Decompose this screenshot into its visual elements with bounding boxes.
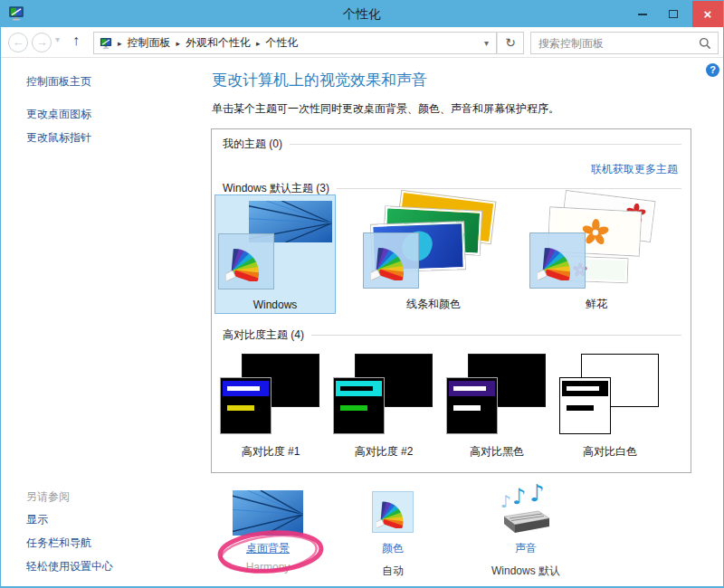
theme-tile-high-contrast-black[interactable]: 高对比黑色 (446, 351, 548, 463)
sidebar-item-ease-of-access[interactable]: 轻松使用设置中心 (26, 559, 113, 574)
theme-tile-lines-colors[interactable]: 线条和颜色 (361, 194, 506, 314)
color-value: 自动 (357, 564, 429, 579)
maximize-button[interactable] (660, 1, 687, 27)
close-button[interactable]: × (692, 1, 723, 27)
search-box (530, 32, 719, 54)
up-icon[interactable]: ↑ (72, 33, 80, 49)
sidebar-item-display[interactable]: 显示 (26, 512, 48, 527)
theme-label: 线条和颜色 (361, 297, 506, 312)
help-icon[interactable]: ? (706, 63, 719, 77)
sidebar-item-taskbar-navigation[interactable]: 任务栏和导航 (26, 536, 91, 551)
svg-text:♪: ♪ (529, 484, 545, 507)
address-dropdown-icon[interactable]: ▾ (484, 38, 489, 48)
hc-front-card (333, 377, 385, 434)
hc-front-card (559, 377, 611, 434)
sound-link[interactable]: 声音 (497, 541, 555, 556)
color-setting-icon[interactable] (372, 491, 414, 533)
breadcrumb-separator: ▸ (118, 39, 122, 48)
breadcrumb-separator: ▸ (176, 39, 181, 48)
search-icon[interactable] (699, 37, 711, 50)
theme-swatch-icon (218, 233, 274, 289)
theme-tile-high-contrast-2[interactable]: 高对比度 #2 (333, 351, 434, 463)
sound-icon[interactable]: ♪ ♪ ♪ (497, 484, 553, 538)
page-title: 更改计算机上的视觉效果和声音 (212, 70, 427, 90)
breadcrumb-personalization[interactable]: 个性化 (266, 35, 299, 51)
title-bar: 个性化 × (1, 1, 723, 27)
theme-swatch-icon (363, 232, 419, 289)
breadcrumb-appearance[interactable]: 外观和个性化 (186, 35, 251, 51)
theme-label: 高对比黑色 (439, 444, 555, 460)
sidebar-item-change-mouse-pointers[interactable]: 更改鼠标指针 (26, 130, 91, 146)
search-input[interactable] (531, 37, 699, 50)
svg-text:♪: ♪ (512, 484, 526, 509)
color-link[interactable]: 颜色 (357, 541, 429, 556)
sound-value: Windows 默认 (472, 564, 580, 579)
breadcrumb-control-panel[interactable]: 控制面板 (128, 35, 171, 51)
see-also-header: 另请参阅 (26, 489, 70, 505)
theme-label: 高对比白色 (552, 444, 668, 460)
desktop-background-link[interactable]: 桌面背景 (214, 541, 322, 556)
theme-tile-flowers[interactable]: 鲜花 (528, 194, 665, 314)
get-more-themes-link[interactable]: 联机获取更多主题 (591, 162, 678, 177)
theme-tile-high-contrast-white[interactable]: 高对比白色 (559, 351, 661, 463)
refresh-icon[interactable]: ↻ (497, 32, 524, 54)
address-toolbar: ← → ▾ ↑ ▸ 控制面板 ▸ 外观和个性化 ▸ 个性化 ▾ ↻ (1, 27, 723, 58)
hc-front-card (220, 377, 272, 434)
theme-label: 高对比度 #1 (213, 444, 329, 460)
breadcrumb-separator: ▸ (256, 39, 261, 48)
back-icon[interactable]: ← (8, 33, 28, 52)
svg-text:♪: ♪ (500, 491, 511, 511)
my-themes-header: 我的主题 (0) (223, 137, 681, 152)
theme-label: 鲜花 (528, 297, 665, 312)
personalization-window: 个性化 × ← → ▾ ↑ ▸ 控制面板 ▸ 外观和个性化 ▸ 个性化 ▾ ↻ (0, 0, 724, 588)
window-title: 个性化 (1, 6, 723, 23)
desktop-background-thumbnail[interactable] (233, 490, 303, 536)
forward-icon[interactable]: → (32, 33, 52, 52)
minimize-button[interactable] (629, 1, 656, 27)
default-themes-row: Windows 线条和颜色 (214, 194, 665, 325)
desktop-background-value: Harmony (214, 561, 322, 574)
theme-tile-windows[interactable]: Windows (214, 194, 336, 314)
sidebar-item-change-desktop-icons[interactable]: 更改桌面图标 (26, 107, 91, 122)
location-icon (100, 37, 112, 50)
high-contrast-row: 高对比度 #1 高对比度 #2 高对比黑色 (220, 351, 661, 463)
high-contrast-header: 高对比度主题 (4) (223, 327, 681, 343)
theme-tile-high-contrast-1[interactable]: 高对比度 #1 (220, 351, 321, 463)
sidebar-item-control-panel-home[interactable]: 控制面板主页 (26, 74, 91, 90)
themes-panel: 我的主题 (0) 联机获取更多主题 Windows 默认主题 (3) Windo… (211, 128, 691, 473)
breadcrumb: ▸ 控制面板 ▸ 外观和个性化 ▸ 个性化 ▾ (93, 32, 497, 54)
page-subtitle: 单击某个主题可一次性同时更改桌面背景、颜色、声音和屏幕保护程序。 (212, 101, 559, 117)
theme-label: Windows (215, 299, 335, 311)
history-dropdown-icon[interactable]: ▾ (55, 34, 60, 44)
hc-front-card (446, 377, 498, 434)
theme-label: 高对比度 #2 (326, 444, 442, 460)
theme-swatch-icon (529, 232, 586, 289)
